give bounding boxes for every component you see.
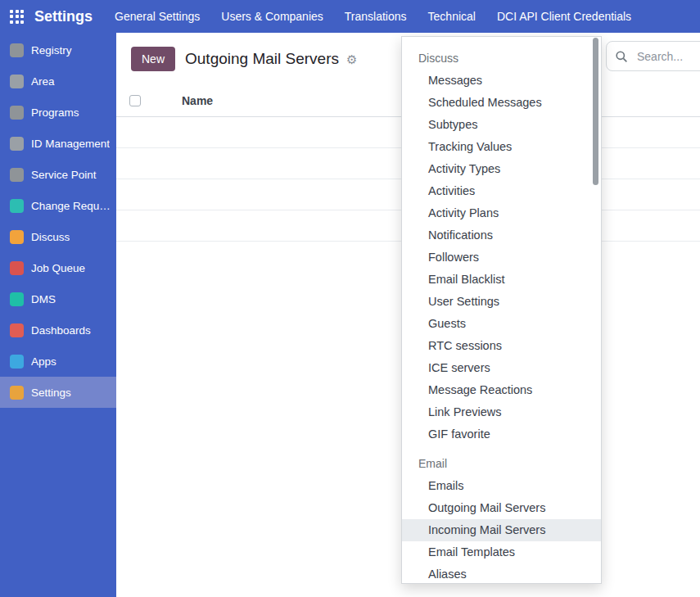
new-button[interactable]: New — [131, 47, 175, 71]
dropdown-item[interactable]: Notifications — [402, 224, 601, 246]
dropdown-item[interactable]: RTC sessions — [402, 335, 601, 357]
dropdown-item[interactable]: Tracking Values — [402, 136, 601, 158]
sidebar-item-change-requests[interactable]: Change Requ… — [0, 190, 116, 221]
dropdown-item[interactable]: Emails — [402, 475, 601, 497]
area-app-icon — [10, 75, 24, 88]
column-header-name[interactable]: Name — [169, 94, 213, 107]
discuss-app-icon — [10, 230, 24, 244]
dropdown-item[interactable]: GIF favorite — [402, 423, 601, 445]
sidebar-item-apps[interactable]: Apps — [0, 346, 116, 377]
dropdown-item[interactable]: Subtypes — [402, 114, 601, 136]
sidebar: RegistryAreaProgramsID ManagementService… — [0, 33, 116, 597]
select-all-checkbox[interactable] — [129, 95, 141, 106]
dropdown-item[interactable]: Email Templates — [402, 541, 601, 563]
sidebar-item-label: Programs — [31, 106, 79, 119]
topbar-menu: General SettingsUsers & CompaniesTransla… — [104, 0, 642, 33]
dropdown-item[interactable]: Activities — [402, 180, 601, 202]
sidebar-item-label: Registry — [31, 44, 72, 57]
sidebar-item-programs[interactable]: Programs — [0, 97, 116, 128]
sidebar-item-discuss[interactable]: Discuss — [0, 221, 116, 252]
app-title[interactable]: Settings — [34, 8, 93, 25]
dropdown-item[interactable]: Activity Types — [402, 158, 601, 180]
sidebar-item-label: Area — [31, 75, 55, 88]
search-icon — [615, 50, 628, 63]
dropdown-item[interactable]: Link Previews — [402, 401, 601, 423]
dropdown-section: DiscussMessagesScheduled MessagesSubtype… — [402, 45, 601, 445]
settings-app-icon — [10, 386, 24, 400]
sidebar-item-label: Settings — [31, 387, 71, 399]
sidebar-item-dms[interactable]: DMS — [0, 283, 116, 314]
dropdown-section-header: Email — [402, 450, 601, 475]
job-queue-app-icon — [10, 261, 24, 275]
topbar: Settings General SettingsUsers & Compani… — [0, 0, 700, 33]
dropdown-item[interactable]: ICE servers — [402, 357, 601, 379]
sidebar-item-label: Change Requ… — [31, 200, 111, 212]
dropdown-item[interactable]: Guests — [402, 313, 601, 335]
registry-app-icon — [10, 43, 24, 57]
search-input[interactable] — [635, 49, 700, 64]
change-requests-app-icon — [10, 199, 24, 213]
sidebar-item-registry[interactable]: Registry — [0, 34, 116, 66]
sidebar-item-label: Discuss — [31, 231, 70, 243]
dms-app-icon — [10, 292, 24, 306]
dropdown-item[interactable]: Email Blacklist — [402, 269, 601, 291]
technical-dropdown-menu: DiscussMessagesScheduled MessagesSubtype… — [401, 36, 602, 584]
dropdown-item[interactable]: Aliases — [402, 563, 601, 584]
topbar-menu-item[interactable]: DCI API Client Credentials — [486, 0, 642, 33]
sidebar-item-label: ID Management — [31, 138, 110, 150]
dropdown-item[interactable]: Activity Plans — [402, 202, 601, 224]
dropdown-section-header: Discuss — [402, 45, 601, 70]
id-management-app-icon — [10, 137, 24, 151]
topbar-menu-item[interactable]: Users & Companies — [210, 0, 334, 33]
dropdown-item[interactable]: Outgoing Mail Servers — [402, 497, 601, 519]
page-title: Outgoing Mail Servers — [185, 50, 339, 68]
sidebar-item-area[interactable]: Area — [0, 66, 116, 97]
programs-app-icon — [10, 106, 24, 120]
sidebar-item-label: Apps — [31, 355, 56, 368]
dropdown-sections: DiscussMessagesScheduled MessagesSubtype… — [402, 45, 601, 584]
sidebar-item-label: DMS — [31, 293, 56, 305]
search-box — [606, 41, 700, 71]
sidebar-item-job-queue[interactable]: Job Queue — [0, 252, 116, 283]
dropdown-item[interactable]: User Settings — [402, 291, 601, 313]
dropdown-item[interactable]: Scheduled Messages — [402, 92, 601, 114]
sidebar-item-label: Job Queue — [31, 262, 85, 274]
sidebar-item-settings[interactable]: Settings — [0, 377, 116, 408]
topbar-menu-item[interactable]: Technical — [418, 0, 486, 33]
dropdown-item[interactable]: Messages — [402, 70, 601, 92]
dropdown-section: EmailEmailsOutgoing Mail ServersIncoming… — [402, 450, 601, 584]
apps-grid-icon[interactable] — [10, 10, 24, 24]
sidebar-item-label: Dashboards — [31, 324, 91, 337]
dropdown-item[interactable]: Followers — [402, 246, 601, 269]
dropdown-item[interactable]: Incoming Mail Servers — [402, 519, 601, 541]
sidebar-item-service-point[interactable]: Service Point — [0, 159, 116, 190]
apps-app-icon — [10, 355, 24, 369]
dashboards-app-icon — [10, 323, 24, 337]
service-point-app-icon — [10, 168, 24, 182]
topbar-menu-item[interactable]: Translations — [334, 0, 418, 33]
topbar-menu-item[interactable]: General Settings — [104, 0, 210, 33]
dropdown-item[interactable]: Message Reactions — [402, 379, 601, 401]
sidebar-item-label: Service Point — [31, 169, 97, 181]
gear-icon[interactable]: ⚙ — [346, 53, 357, 66]
sidebar-item-dashboards[interactable]: Dashboards — [0, 314, 116, 346]
sidebar-item-id-management[interactable]: ID Management — [0, 128, 116, 159]
dropdown-scrollbar-thumb[interactable] — [593, 38, 598, 185]
